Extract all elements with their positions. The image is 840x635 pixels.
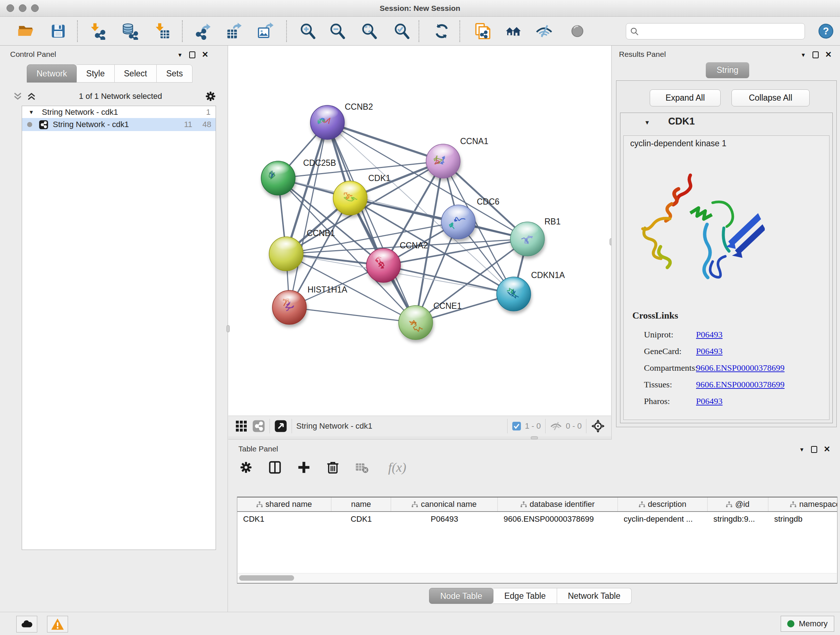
crosslink-link[interactable]: 9606.ENSP00000378699 <box>696 380 785 390</box>
scrollbar-thumb[interactable] <box>239 575 294 581</box>
function-builder-button[interactable]: f(x) <box>382 458 413 477</box>
tab-string[interactable]: String <box>706 62 749 78</box>
delete-column-button[interactable] <box>324 458 342 477</box>
network-edge-HIST1H1A-CCNE1[interactable] <box>289 307 416 323</box>
zoom-in-button[interactable] <box>299 22 317 41</box>
network-node-CDK1[interactable]: CDK1 <box>333 173 390 215</box>
share-network-icon[interactable] <box>252 420 265 432</box>
column-header-description[interactable]: description <box>618 497 707 511</box>
crosslink-link[interactable]: P06493 <box>696 396 722 406</box>
panel-close-icon[interactable]: ✕ <box>202 51 208 59</box>
column-header-namespace[interactable]: namespace <box>768 497 837 511</box>
column-header-shared-name[interactable]: shared name <box>237 497 332 511</box>
table-cell[interactable]: stringdb:9... <box>707 512 768 526</box>
save-session-button[interactable] <box>49 22 67 41</box>
zoom-out-button[interactable] <box>328 22 347 41</box>
refresh-view-button[interactable] <box>433 22 451 41</box>
show-columns-button[interactable] <box>266 458 284 477</box>
network-row-selected[interactable]: String Network - cdk1 11 48 <box>22 118 216 131</box>
selected-checkbox-icon[interactable] <box>512 421 521 431</box>
network-edge-CCNB2-RB1[interactable] <box>327 122 527 239</box>
network-options-gear-icon[interactable] <box>204 90 217 103</box>
tab-select[interactable]: Select <box>115 65 157 82</box>
memory-button[interactable]: Memory <box>781 616 834 632</box>
network-node-CCNB1[interactable]: CCNB1 <box>269 228 335 271</box>
warnings-button[interactable] <box>47 616 68 632</box>
export-image-button[interactable] <box>256 22 274 41</box>
node-highlight <box>317 107 338 119</box>
panel-float-icon[interactable] <box>811 446 817 453</box>
delete-table-button[interactable] <box>353 458 371 477</box>
network-collection-row[interactable]: ▼ String Network - cdk1 1 <box>22 106 216 118</box>
table-cell[interactable]: CDK1 <box>332 512 391 526</box>
help-button[interactable]: ? <box>817 22 835 41</box>
tree-expander-icon[interactable]: ▼ <box>28 109 34 115</box>
control-panel-tabs: NetworkStyleSelectSets <box>27 65 193 82</box>
crosslink-link[interactable]: P06493 <box>696 330 722 340</box>
search-field[interactable] <box>626 23 805 40</box>
expand-all-button[interactable]: Expand All <box>650 89 721 106</box>
import-network-from-database-button[interactable] <box>120 22 139 41</box>
table-settings-button[interactable] <box>237 458 255 477</box>
tab-network[interactable]: Network <box>27 65 77 82</box>
collapse-all-icon[interactable] <box>12 91 23 102</box>
show-graphics-details-button[interactable] <box>568 22 586 41</box>
fit-selected-crosshair-icon[interactable] <box>591 419 605 433</box>
column-header-@id[interactable]: @id <box>707 497 768 511</box>
vertical-splitter-handle[interactable] <box>226 325 230 333</box>
zoom-selected-button[interactable] <box>393 22 411 41</box>
crosslink-link[interactable]: P06493 <box>696 347 722 356</box>
tab-node-table[interactable]: Node Table <box>429 588 493 604</box>
network-edge-CCNB2-CCNA1[interactable] <box>327 122 443 161</box>
panel-collapse-icon[interactable]: ▼ <box>799 447 805 453</box>
table-cell[interactable]: 9606.ENSP00000378699 <box>498 512 618 526</box>
panel-float-icon[interactable] <box>189 51 195 58</box>
clone-network-button[interactable] <box>473 22 491 41</box>
protein-description: cyclin-dependent kinase 1 <box>630 139 726 149</box>
network-node-HIST1H1A[interactable]: HIST1H1A <box>272 285 347 325</box>
import-network-button[interactable] <box>88 22 106 41</box>
network-node-CCNA1[interactable]: CCNA1 <box>426 136 488 178</box>
horizontal-scrollbar[interactable] <box>238 573 837 583</box>
network-node-RB1[interactable]: RB1 <box>510 217 561 256</box>
network-edge-CCNA2-CDKN1A[interactable] <box>384 265 514 294</box>
add-column-button[interactable] <box>295 458 313 477</box>
zoom-fit-button[interactable] <box>360 22 378 41</box>
panel-close-icon[interactable]: ✕ <box>825 51 832 59</box>
network-canvas[interactable]: CCNB2CCNA1CDC25BCDK1CDC6RB1CCNB1CCNA2CDK… <box>228 46 611 416</box>
expand-all-icon[interactable] <box>26 91 37 102</box>
column-header-canonical-name[interactable]: canonical name <box>391 497 498 511</box>
tab-network-table[interactable]: Network Table <box>557 588 632 604</box>
cloud-status-button[interactable] <box>16 616 37 632</box>
table-cell[interactable]: CDK1 <box>237 512 332 526</box>
column-header-name[interactable]: name <box>332 497 391 511</box>
export-network-button[interactable] <box>193 22 211 41</box>
collapse-all-button[interactable]: Collapse All <box>731 89 810 106</box>
column-header-database-identifier[interactable]: database identifier <box>498 497 618 511</box>
birds-eye-view-icon[interactable] <box>235 420 248 432</box>
section-expander-icon[interactable]: ▼ <box>644 119 650 126</box>
panel-float-icon[interactable] <box>813 51 819 58</box>
tab-edge-table[interactable]: Edge Table <box>493 588 557 604</box>
show-all-networks-button[interactable] <box>504 22 523 41</box>
export-table-button[interactable] <box>225 22 243 41</box>
table-cell[interactable]: cyclin-dependent ... <box>618 512 707 526</box>
table-row[interactable]: CDK1CDK1P064939606.ENSP00000378699cyclin… <box>237 512 837 526</box>
crosslink-link[interactable]: 9606.ENSP00000378699 <box>696 363 785 373</box>
crosslink-label: GeneCard: <box>644 347 682 356</box>
table-cell[interactable]: P06493 <box>391 512 498 526</box>
panel-close-icon[interactable]: ✕ <box>824 445 830 453</box>
network-node-CDKN1A[interactable]: CDKN1A <box>497 271 565 311</box>
tab-style[interactable]: Style <box>77 65 114 82</box>
search-input[interactable] <box>639 27 805 36</box>
network-graph[interactable]: CCNB2CCNA1CDC25BCDK1CDC6RB1CCNB1CCNA2CDK… <box>228 46 611 416</box>
open-in-window-icon[interactable] <box>274 420 287 432</box>
table-cell[interactable]: stringdb <box>768 512 837 526</box>
hide-graphics-details-button[interactable] <box>535 22 553 41</box>
tab-sets[interactable]: Sets <box>156 65 193 82</box>
open-session-button[interactable] <box>17 22 35 41</box>
import-table-button[interactable] <box>153 22 171 41</box>
panel-collapse-icon[interactable]: ▼ <box>801 52 806 58</box>
panel-collapse-icon[interactable]: ▼ <box>177 52 183 58</box>
horizontal-splitter-handle[interactable] <box>531 436 538 440</box>
